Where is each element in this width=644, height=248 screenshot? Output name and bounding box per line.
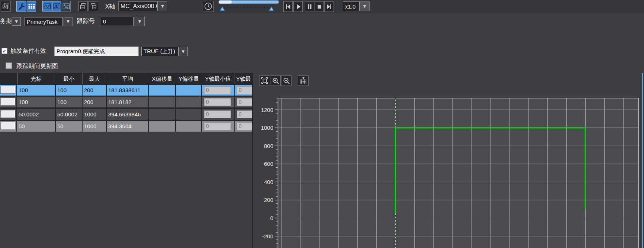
- trace-number-arrow[interactable]: ▼: [135, 17, 145, 26]
- cell-y_axis_min: 0: [202, 109, 234, 120]
- stop-button[interactable]: [315, 1, 324, 12]
- cell-swatch: [0, 97, 16, 107]
- cell-x_offset: [149, 85, 175, 96]
- row-value-box[interactable]: [0, 122, 15, 130]
- table-row[interactable]: 100100200181.818200: [0, 97, 252, 107]
- x-axis-select[interactable]: MC_Axis000.Cmd.Pos: [118, 1, 158, 11]
- import-csv-icon: csv: [89, 2, 97, 10]
- cell-y_offset: [176, 85, 201, 96]
- y_axis_min-input[interactable]: 0: [204, 98, 231, 106]
- trace-number-select[interactable]: 0: [101, 17, 134, 26]
- table-row[interactable]: 100100200181.833861100: [0, 85, 252, 96]
- y_axis_max-input[interactable]: 0: [237, 86, 252, 94]
- cell-swatch: [0, 85, 16, 96]
- cell-x_offset: [149, 121, 175, 132]
- row-value-box[interactable]: [0, 110, 15, 118]
- cell-y_axis_min: 0: [202, 85, 234, 96]
- speed-select[interactable]: x1.0: [343, 1, 360, 11]
- grid-cursor-button[interactable]: [298, 75, 309, 86]
- table-row[interactable]: 50.000250.00021000394.663984600: [0, 109, 252, 120]
- y_axis_min-input[interactable]: 0: [204, 86, 231, 94]
- speed-select-arrow[interactable]: ▼: [360, 1, 370, 11]
- y_axis_min-input[interactable]: 0: [204, 122, 231, 130]
- trace-window-icon: [2, 2, 10, 10]
- column-header-avg[interactable]: 平均: [107, 73, 148, 84]
- cell-cursor: 100: [17, 97, 55, 107]
- cell-avg: 181.8182: [107, 97, 148, 107]
- window-edge-highlight: [642, 73, 643, 248]
- trigger-condition-input[interactable]: Program0.使能完成: [54, 46, 139, 56]
- row-value-box[interactable]: [0, 98, 15, 106]
- value-table-button[interactable]: [27, 1, 36, 12]
- fit-view-button[interactable]: [259, 75, 270, 86]
- settings-button[interactable]: [16, 1, 26, 12]
- column-header-min[interactable]: 最小: [56, 73, 82, 84]
- column-header-x_offset[interactable]: X偏移量: [149, 73, 175, 84]
- y-axis-label: 1000: [255, 124, 273, 131]
- y_axis_max-input[interactable]: 0: [237, 122, 252, 130]
- range-start-marker[interactable]: [220, 7, 225, 11]
- skip-start-icon: [284, 3, 292, 11]
- row-value-box[interactable]: [0, 86, 15, 94]
- panel-splitter[interactable]: [252, 73, 253, 248]
- import-csv-button[interactable]: csv: [88, 1, 98, 11]
- column-header-y_offset[interactable]: Y偏移量: [176, 73, 201, 84]
- update-during-trace-checkbox[interactable]: [6, 62, 12, 69]
- export-csv-button[interactable]: csv: [78, 1, 88, 11]
- cell-y_axis_min: 0: [202, 121, 234, 132]
- y-axis-label: 800: [255, 142, 273, 149]
- pause-button[interactable]: [305, 1, 314, 12]
- y_axis_max-input[interactable]: 0: [237, 110, 252, 118]
- column-header-y_axis_min[interactable]: Y轴最小值: [202, 73, 234, 84]
- cell-cursor: 50: [17, 121, 55, 132]
- x-axis-select-arrow[interactable]: ▼: [158, 1, 167, 11]
- task-period-arrow[interactable]: ▼: [12, 17, 21, 26]
- digital-chart-button[interactable]: [52, 1, 61, 12]
- trigger-enable-checkbox[interactable]: ✔: [1, 48, 7, 54]
- play-button[interactable]: [293, 1, 303, 12]
- digital-wave-icon: [53, 2, 61, 10]
- chevron-down-icon: ▼: [138, 20, 141, 23]
- range-end-marker[interactable]: [269, 7, 274, 11]
- cell-cursor: 100: [17, 85, 55, 96]
- task-select[interactable]: PrimaryTask: [25, 17, 63, 26]
- trace-window-button[interactable]: [1, 1, 11, 12]
- zoom-in-button[interactable]: [271, 75, 281, 86]
- y-axis-label: 1200: [255, 106, 273, 113]
- cell-x_offset: [149, 97, 175, 107]
- mixed-chart-button[interactable]: [62, 1, 71, 12]
- task-select-arrow[interactable]: ▼: [64, 17, 73, 26]
- column-header-max[interactable]: 最大: [83, 73, 106, 84]
- table-row[interactable]: 50501000394.360400: [0, 121, 252, 132]
- skip-start-button[interactable]: [283, 1, 293, 12]
- cell-y_offset: [176, 97, 201, 107]
- cell-cursor: 50.0002: [17, 109, 55, 120]
- zoom-out-button[interactable]: [281, 75, 292, 86]
- y_axis_max-input[interactable]: 0: [237, 98, 252, 106]
- y_axis_min-input[interactable]: 0: [204, 110, 231, 118]
- trace-position-slider[interactable]: [218, 0, 281, 12]
- slider-thumb[interactable]: [219, 0, 232, 4]
- y-axis-label: 200: [255, 196, 273, 203]
- y-axis-label: -200: [255, 233, 273, 240]
- play-icon: [294, 3, 302, 11]
- cell-min: 100: [56, 97, 82, 107]
- trace-plot[interactable]: [274, 98, 644, 248]
- analog-chart-button[interactable]: [42, 1, 52, 12]
- plot-background: [278, 98, 638, 248]
- cell-max: 200: [83, 85, 106, 96]
- y-axis-label: 600: [255, 160, 273, 167]
- column-header-y_axis_max[interactable]: Y轴最: [235, 73, 252, 84]
- trigger-edge-arrow[interactable]: ▼: [178, 47, 188, 56]
- cell-avg: 181.8338611: [107, 85, 148, 96]
- column-header-cursor[interactable]: 光标: [17, 73, 55, 84]
- grid-cursor-icon: [299, 76, 308, 85]
- skip-end-icon: [325, 3, 333, 11]
- zoom-out-icon: [282, 77, 291, 85]
- skip-end-button[interactable]: [324, 1, 334, 12]
- trigger-edge-select[interactable]: TRUE (上升): [141, 47, 178, 56]
- table-icon: [28, 2, 36, 10]
- cell-min: 50: [56, 121, 82, 132]
- y-axis-label: 0: [255, 215, 273, 222]
- time-scale-button[interactable]: [203, 1, 214, 12]
